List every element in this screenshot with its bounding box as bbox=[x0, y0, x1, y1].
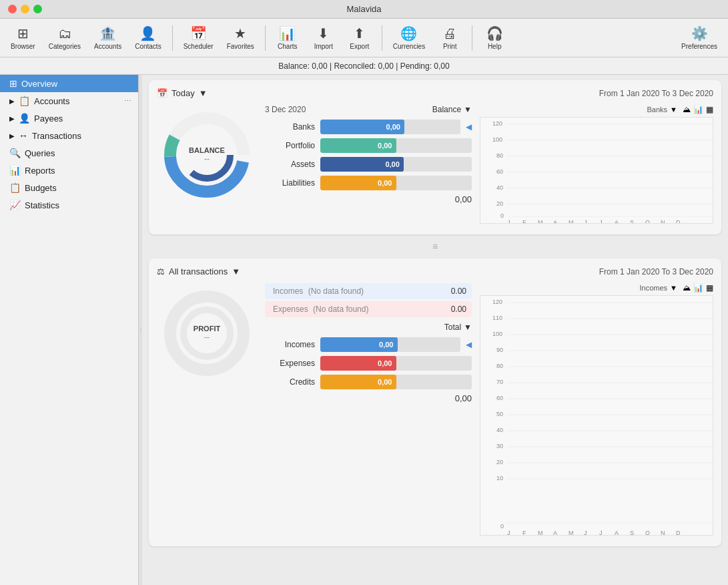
assets-value: 0,00 bbox=[385, 160, 399, 168]
toolbar-accounts[interactable]: 🏦 Accounts bbox=[89, 23, 127, 53]
toolbar: ⊞ Browser 🗂 Categories 🏦 Accounts 👤 Cont… bbox=[0, 19, 728, 57]
profit-bars: Incomes (No data found) 0.00 Expenses (N… bbox=[265, 283, 472, 403]
toolbar-export-label: Export bbox=[350, 43, 369, 50]
toolbar-categories-label: Categories bbox=[49, 43, 81, 50]
profit-bar-credits: Credits 0,00 bbox=[265, 375, 472, 389]
profit-chart-bar-icon[interactable]: 📊 bbox=[693, 283, 703, 292]
portfolio-value: 0,00 bbox=[378, 142, 392, 150]
sidebar-item-budgets[interactable]: 📋 Budgets bbox=[0, 179, 138, 196]
sidebar-item-overview-label: Overview bbox=[21, 79, 57, 89]
liabilities-track: 0,00 bbox=[320, 176, 472, 190]
balance-col-dropdown[interactable]: ▼ bbox=[464, 105, 472, 114]
banks-value: 0,00 bbox=[386, 123, 400, 131]
svg-text:J: J bbox=[599, 219, 603, 224]
balance-chart-table-icon[interactable]: ▦ bbox=[706, 105, 713, 114]
maximize-button[interactable] bbox=[33, 5, 42, 13]
expenses-summary-row: Expenses (No data found) 0.00 bbox=[265, 301, 472, 317]
assets-fill: 0,00 bbox=[320, 157, 404, 172]
sidebar: ⊞ Overview ▶ 📋 Accounts ⋯ ▶ 👤 Payees ▶ ↔… bbox=[0, 75, 139, 585]
svg-text:F: F bbox=[522, 530, 526, 536]
transactions-icon: ↔ bbox=[19, 130, 28, 141]
liabilities-label: Liabilities bbox=[265, 178, 315, 188]
balance-chart-dropdown[interactable]: ▼ bbox=[670, 106, 677, 114]
profit-total: 0,00 bbox=[265, 393, 472, 403]
reports-icon: 📊 bbox=[9, 165, 21, 176]
minimize-button[interactable] bbox=[21, 5, 29, 13]
portfolio-fill: 0,00 bbox=[320, 138, 396, 153]
portfolio-track: 0,00 bbox=[320, 138, 472, 153]
sidebar-item-reports[interactable]: 📊 Reports bbox=[0, 162, 138, 179]
categories-icon: 🗂 bbox=[58, 26, 71, 41]
currencies-icon: 🌐 bbox=[400, 25, 417, 41]
sidebar-item-payees[interactable]: ▶ 👤 Payees bbox=[0, 110, 138, 127]
profit-chart-table-icon[interactable]: ▦ bbox=[706, 283, 713, 292]
sidebar-item-overview[interactable]: ⊞ Overview bbox=[0, 75, 138, 92]
svg-text:50: 50 bbox=[496, 411, 503, 417]
sidebar-item-statistics[interactable]: 📈 Statistics bbox=[0, 196, 138, 214]
toolbar-categories[interactable]: 🗂 Categories bbox=[43, 23, 86, 53]
balance-bar-liabilities: Liabilities 0,00 bbox=[265, 176, 472, 190]
profit-donut-title: PROFIT bbox=[194, 325, 220, 333]
incomes-summary-value: 0.00 bbox=[451, 286, 466, 296]
toolbar-favorites[interactable]: ★ Favorites bbox=[222, 23, 260, 53]
balance-bar-portfolio: Portfolio 0,00 bbox=[265, 138, 472, 153]
profit-expenses-track: 0,00 bbox=[320, 356, 472, 371]
ie-summary-rows: Incomes (No data found) 0.00 Expenses (N… bbox=[265, 283, 472, 317]
toolbar-preferences-label: Preferences bbox=[681, 43, 717, 50]
balance-line-chart: Banks ▼ ⛰ 📊 ▦ 120 100 80 60 40 20 bbox=[480, 105, 713, 226]
toolbar-preferences[interactable]: ⚙️ Preferences bbox=[676, 23, 723, 53]
svg-text:O: O bbox=[645, 219, 650, 224]
balance-chart-header: Banks ▼ ⛰ 📊 ▦ bbox=[480, 105, 713, 114]
incomes-summary-row: Incomes (No data found) 0.00 bbox=[265, 283, 472, 299]
balance-calendar-icon: 📅 bbox=[157, 88, 167, 98]
svg-text:120: 120 bbox=[492, 299, 502, 305]
balance-today-label: Today bbox=[171, 88, 195, 98]
balance-chart-bar-icon[interactable]: 📊 bbox=[693, 105, 703, 114]
toolbar-scheduler[interactable]: 📅 Scheduler bbox=[178, 23, 219, 53]
toolbar-export[interactable]: ⬆ Export bbox=[343, 23, 376, 53]
sidebar-item-queries[interactable]: 🔍 Queries bbox=[0, 144, 138, 162]
profit-donut-chart: PROFIT -- bbox=[157, 283, 257, 383]
assets-label: Assets bbox=[265, 160, 315, 169]
toolbar-currencies[interactable]: 🌐 Currencies bbox=[388, 23, 430, 53]
svg-text:60: 60 bbox=[496, 168, 503, 175]
toolbar-browser[interactable]: ⊞ Browser bbox=[5, 23, 41, 53]
svg-text:A: A bbox=[615, 219, 619, 224]
banks-arrow-icon: ◀ bbox=[466, 122, 472, 132]
titlebar: Malavida bbox=[0, 0, 728, 19]
balance-column-label: Balance ▼ bbox=[432, 105, 472, 114]
toolbar-print-label: Print bbox=[443, 43, 457, 50]
svg-text:20: 20 bbox=[496, 200, 503, 207]
balance-dropdown-icon[interactable]: ▼ bbox=[199, 88, 208, 98]
svg-text:40: 40 bbox=[496, 184, 503, 191]
section-divider: ≡ bbox=[142, 240, 728, 253]
profit-column-label: Total ▼ bbox=[444, 323, 472, 332]
balance-donut-chart: BALANCE -- bbox=[157, 105, 257, 205]
toolbar-currencies-label: Currencies bbox=[393, 43, 425, 50]
accounts-settings-icon[interactable]: ⋯ bbox=[124, 97, 131, 106]
expenses-summary-label: Expenses (No data found) bbox=[270, 305, 451, 314]
toolbar-charts[interactable]: 📊 Charts bbox=[271, 23, 304, 53]
profit-line-chart: Incomes ▼ ⛰ 📊 ▦ 120 110 100 90 80 70 60 bbox=[480, 283, 713, 538]
balance-chart-area-icon[interactable]: ⛰ bbox=[683, 105, 691, 114]
profit-col-dropdown[interactable]: ▼ bbox=[464, 323, 472, 332]
close-button[interactable] bbox=[8, 5, 17, 13]
sidebar-item-transactions[interactable]: ▶ ↔ Transactions bbox=[0, 127, 138, 144]
profit-bar-header: Total ▼ bbox=[265, 323, 472, 332]
toolbar-import[interactable]: ⬇ Import bbox=[307, 23, 340, 53]
profit-chart-dropdown[interactable]: ▼ bbox=[670, 284, 677, 292]
profit-chart-area-icon[interactable]: ⛰ bbox=[683, 283, 691, 292]
profit-dropdown-icon[interactable]: ▼ bbox=[232, 266, 240, 276]
help-icon: 🎧 bbox=[486, 25, 503, 41]
svg-text:F: F bbox=[522, 219, 526, 224]
profit-incomes-label: Incomes bbox=[265, 340, 315, 349]
svg-text:J: J bbox=[507, 219, 510, 224]
profit-section-icon: ⚖ bbox=[157, 266, 165, 276]
toolbar-contacts[interactable]: 👤 Contacts bbox=[129, 23, 166, 53]
profit-section-header: ⚖ All transactions ▼ From 1 Jan 2020 To … bbox=[157, 266, 713, 276]
toolbar-print[interactable]: 🖨 Print bbox=[433, 23, 466, 53]
app-title: Malavida bbox=[346, 4, 381, 14]
svg-text:A: A bbox=[553, 530, 557, 536]
toolbar-help[interactable]: 🎧 Help bbox=[478, 23, 511, 53]
sidebar-item-accounts[interactable]: ▶ 📋 Accounts ⋯ bbox=[0, 92, 138, 110]
